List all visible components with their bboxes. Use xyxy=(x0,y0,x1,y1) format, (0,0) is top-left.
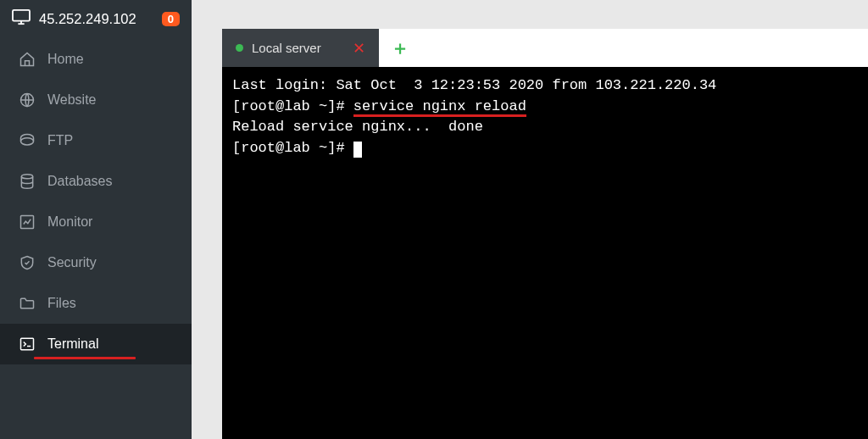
sidebar-item-security[interactable]: Security xyxy=(0,242,192,283)
svg-rect-0 xyxy=(13,10,30,21)
add-tab-button[interactable]: ＋ xyxy=(379,29,421,67)
tab-bar-spacer xyxy=(421,29,868,67)
sidebar-item-home[interactable]: Home xyxy=(0,39,192,80)
terminal-prompt: [root@lab ~]# xyxy=(232,140,353,156)
terminal-output[interactable]: Last login: Sat Oct 3 12:23:53 2020 from… xyxy=(222,67,868,439)
database-icon xyxy=(19,173,36,190)
svg-point-4 xyxy=(21,138,34,145)
sidebar-item-label: FTP xyxy=(47,133,73,148)
tab-label: Local server xyxy=(252,41,321,55)
svg-rect-7 xyxy=(21,338,34,349)
folder-icon xyxy=(19,295,36,312)
sidebar-item-website[interactable]: Website xyxy=(0,80,192,120)
svg-point-5 xyxy=(21,175,32,179)
notification-badge[interactable]: 0 xyxy=(162,12,180,26)
plus-icon: ＋ xyxy=(391,36,409,61)
sidebar-item-label: Security xyxy=(47,255,97,270)
main-content: Local server ✕ ＋ Last login: Sat Oct 3 1… xyxy=(192,0,868,439)
sidebar-item-label: Website xyxy=(47,92,97,108)
sidebar-header: 45.252.249.102 0 xyxy=(0,0,192,39)
sidebar-item-label: Databases xyxy=(47,174,113,189)
sidebar-item-monitor[interactable]: Monitor xyxy=(0,202,192,242)
shield-icon xyxy=(19,254,36,271)
sidebar-item-label: Terminal xyxy=(47,336,98,352)
cursor-icon xyxy=(353,142,362,158)
sidebar-item-databases[interactable]: Databases xyxy=(0,161,192,202)
annotation-underline-icon xyxy=(34,357,136,359)
close-icon[interactable]: ✕ xyxy=(353,39,365,58)
sidebar-item-terminal[interactable]: Terminal xyxy=(0,324,192,364)
sidebar-item-label: Home xyxy=(47,52,84,67)
tab-bar: Local server ✕ ＋ xyxy=(222,29,868,67)
terminal-icon xyxy=(19,336,36,353)
terminal-line: Reload service nginx... done xyxy=(232,119,483,135)
server-ip: 45.252.249.102 xyxy=(39,11,153,27)
sidebar: 45.252.249.102 0 Home Website FTP Data xyxy=(0,0,192,439)
sidebar-item-label: Monitor xyxy=(47,214,92,230)
sidebar-nav: Home Website FTP Databases Monitor xyxy=(0,39,192,364)
terminal-command: service nginx reload xyxy=(353,98,526,117)
sidebar-item-files[interactable]: Files xyxy=(0,283,192,324)
monitor-icon xyxy=(12,8,31,29)
tab-local-server[interactable]: Local server ✕ xyxy=(222,29,379,67)
terminal-line: Last login: Sat Oct 3 12:23:53 2020 from… xyxy=(232,77,716,93)
chart-icon xyxy=(19,214,36,231)
home-icon xyxy=(19,51,36,68)
sidebar-item-label: Files xyxy=(47,296,76,311)
sidebar-item-ftp[interactable]: FTP xyxy=(0,120,192,161)
globe-icon xyxy=(19,92,36,108)
ftp-icon xyxy=(19,132,36,149)
terminal-prompt: [root@lab ~]# xyxy=(232,98,353,114)
status-dot-icon xyxy=(236,44,243,52)
